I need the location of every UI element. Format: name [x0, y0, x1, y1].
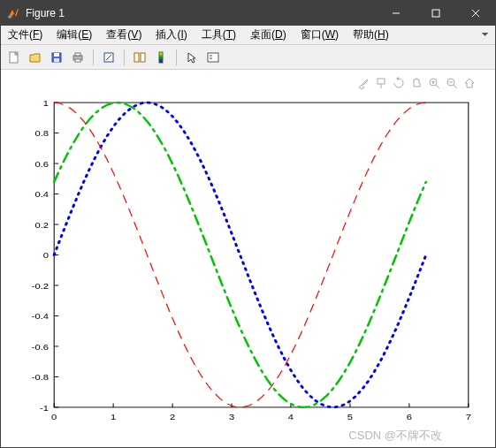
svg-text:0.6: 0.6 — [34, 158, 49, 168]
svg-text:0.8: 0.8 — [34, 128, 49, 138]
menu-h[interactable]: 帮助(H) — [346, 26, 396, 44]
rotate-icon[interactable] — [391, 75, 407, 91]
menu-d[interactable]: 桌面(D) — [243, 26, 294, 44]
svg-text:5: 5 — [347, 412, 353, 421]
svg-text:-1: -1 — [40, 402, 49, 412]
menubar: 文件(F)编辑(E)查看(V)插入(I)工具(T)桌面(D)窗口(W)帮助(H)… — [1, 26, 495, 45]
axes[interactable]: 01234567-1-0.8-0.6-0.4-0.200.20.40.60.81 — [45, 95, 477, 415]
svg-text:1: 1 — [43, 97, 49, 107]
svg-rect-14 — [141, 53, 145, 62]
insert-legend-button[interactable] — [203, 48, 223, 67]
home-icon[interactable] — [462, 75, 477, 91]
svg-text:6: 6 — [407, 412, 412, 421]
toolbar-separator — [176, 49, 177, 65]
svg-text:-0.4: -0.4 — [32, 311, 49, 321]
svg-text:1: 1 — [111, 412, 116, 421]
brush-icon[interactable] — [355, 75, 371, 91]
menu-e[interactable]: 编辑(E) — [50, 26, 99, 44]
svg-text:-0.8: -0.8 — [32, 372, 49, 382]
svg-rect-7 — [54, 58, 59, 62]
svg-rect-1 — [432, 10, 439, 17]
matlab-icon — [6, 6, 20, 20]
menu-v[interactable]: 查看(V) — [99, 26, 149, 44]
plot-area: 01234567-1-0.8-0.6-0.4-0.200.20.40.60.81… — [1, 70, 495, 447]
figure-window: Figure 1 文件(F)编辑(E)查看(V)插入(I)工具(T)桌面(D)窗… — [0, 0, 496, 448]
close-button[interactable] — [455, 1, 495, 26]
titlebar: Figure 1 — [1, 1, 495, 26]
svg-text:3: 3 — [229, 412, 234, 421]
watermark: CSDN @不牌不改 — [348, 428, 442, 444]
svg-rect-6 — [54, 53, 59, 57]
svg-text:4: 4 — [288, 412, 294, 421]
insert-colorbar-button[interactable] — [151, 48, 171, 67]
svg-rect-19 — [378, 79, 385, 84]
toolbar-separator — [124, 49, 125, 65]
toolbar — [1, 45, 495, 70]
svg-text:0: 0 — [51, 412, 57, 421]
pan-icon[interactable] — [408, 75, 424, 91]
zoom-in-icon[interactable] — [426, 75, 442, 91]
svg-rect-16 — [208, 53, 218, 62]
svg-text:-0.6: -0.6 — [32, 341, 49, 351]
pointer-button[interactable] — [182, 48, 202, 67]
zoom-out-icon[interactable] — [444, 75, 460, 91]
open-button[interactable] — [26, 48, 45, 67]
menu-f[interactable]: 文件(F) — [1, 26, 50, 44]
svg-text:7: 7 — [466, 412, 471, 421]
svg-rect-13 — [134, 53, 139, 62]
svg-text:0: 0 — [43, 250, 49, 260]
svg-rect-9 — [75, 53, 80, 56]
minimize-button[interactable] — [376, 1, 416, 26]
window-title: Figure 1 — [26, 7, 376, 19]
menubar-chevron-icon[interactable]: ⏷ — [481, 29, 490, 39]
svg-line-22 — [436, 85, 439, 88]
menu-w[interactable]: 窗口(W) — [294, 26, 346, 44]
svg-text:0.2: 0.2 — [34, 219, 49, 229]
datatip-icon[interactable] — [373, 75, 389, 91]
svg-text:0.4: 0.4 — [34, 189, 49, 199]
svg-text:2: 2 — [170, 412, 175, 421]
svg-rect-15 — [159, 52, 163, 63]
svg-text:-0.2: -0.2 — [32, 280, 49, 290]
svg-rect-28 — [54, 103, 469, 407]
save-button[interactable] — [47, 48, 66, 67]
maximize-button[interactable] — [416, 1, 455, 26]
link-plot-button[interactable] — [130, 48, 149, 67]
print-button[interactable] — [68, 48, 88, 67]
toolbar-separator — [93, 49, 94, 65]
svg-line-26 — [454, 85, 457, 88]
axes-toolbar — [355, 75, 477, 91]
svg-rect-10 — [75, 59, 80, 62]
menu-i[interactable]: 插入(I) — [149, 26, 194, 44]
edit-plot-button[interactable] — [99, 48, 118, 67]
new-figure-button[interactable] — [4, 48, 24, 67]
menu-t[interactable]: 工具(T) — [195, 26, 243, 44]
